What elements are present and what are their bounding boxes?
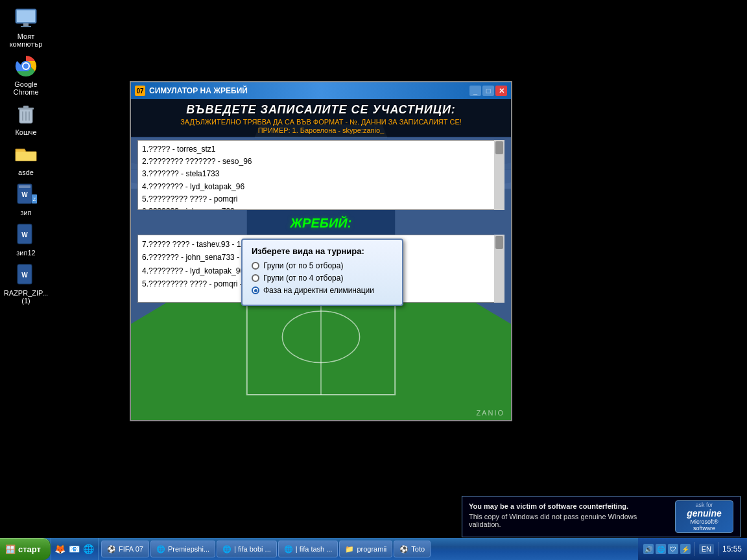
text-area-wrapper: 1.????? - torres_stz12.???????? ??????? … xyxy=(137,140,504,210)
system-clock[interactable]: 15:55 xyxy=(722,544,742,554)
header-subtitle: ЗАДЪЛЖИТЕЛНО ТРЯБВА ДА СА ВЪВ ФОРМАТ - №… xyxy=(137,118,504,126)
radio-groups5[interactable] xyxy=(252,262,259,270)
quick-launch-area: 🦊 📧 🌐 xyxy=(51,538,99,560)
taskbar-fifa07-icon: ⚽ xyxy=(107,545,116,554)
folder-label: asde xyxy=(18,169,34,176)
sidebar-item-zip12[interactable]: W зип12 xyxy=(3,223,49,257)
svg-text:W: W xyxy=(21,272,28,279)
dialog-title: Изберете вида на турнира: xyxy=(252,246,393,256)
minimize-button[interactable]: _ xyxy=(469,86,481,96)
taskbar-btn-premiership[interactable]: 🌐 Premiерshi... xyxy=(150,541,215,557)
simulator-window: 07 СИМУЛАТОР НА ЖРЕБИЙ _ □ ✕ xyxy=(130,81,512,421)
app-title-text: СИМУЛАТОР НА ЖРЕБИЙ xyxy=(149,86,469,95)
sidebar-item-razpr[interactable]: W RAZPR_ZIP...(1) xyxy=(3,263,49,305)
radio-elimination[interactable] xyxy=(252,286,259,294)
app-title-icon: 07 xyxy=(135,86,145,96)
taskbar-fifatash-label: | fifa tash ... xyxy=(296,545,333,553)
start-label: старт xyxy=(18,544,41,554)
zip-label: зип xyxy=(20,209,31,216)
taskbar-fifa07-label: FIFA 07 xyxy=(119,545,143,553)
zip12-label: зип12 xyxy=(16,249,35,257)
header-example: ПРИМЕР: 1. Барселона - skype:zanio_ xyxy=(137,126,504,134)
language-indicator[interactable]: EN xyxy=(699,544,714,554)
taskbar-right: 🔊 🌐 🛡 ⚡ EN 15:55 xyxy=(638,538,747,560)
svg-rect-2 xyxy=(23,23,29,26)
watermark-line2: This copy of Windows did not pass genuin… xyxy=(469,513,670,528)
start-button[interactable]: 🪟 старт xyxy=(0,538,51,560)
results-scrollbar[interactable] xyxy=(494,235,504,303)
ql-firefox[interactable]: 🦊 xyxy=(54,542,67,555)
close-button[interactable]: ✕ xyxy=(495,86,507,96)
svg-rect-10 xyxy=(23,106,29,108)
scroll-thumb xyxy=(495,141,503,154)
watermark-text: You may be a victim of software counterf… xyxy=(469,502,670,531)
taskbar-programii-label: programii xyxy=(357,545,386,553)
taskbar-toto-icon: ⚽ xyxy=(399,545,409,554)
taskbar-btn-programii[interactable]: 📁 programii xyxy=(339,541,392,557)
header-main-title: ВЪВЕДЕТЕ ЗАПИСАЛИТЕ СЕ УЧАСТНИЦИ: xyxy=(137,103,504,117)
taskbar-btn-fifa-tash[interactable]: 🌐 | fifa tash ... xyxy=(278,541,338,557)
window-controls: _ □ ✕ xyxy=(469,86,507,96)
radio-option-groups5[interactable]: Групи (от по 5 отбора) xyxy=(252,261,393,270)
participants-scrollbar[interactable] xyxy=(494,140,504,210)
radio-groups5-label: Групи (от по 5 отбора) xyxy=(263,261,343,270)
chrome-label: Google Chrome xyxy=(3,80,49,96)
tournament-dialog: Изберете вида на турнира: Групи (от по 5… xyxy=(241,239,403,306)
start-icon: 🪟 xyxy=(5,544,16,554)
desktop: Моят компютър Google Chrome xyxy=(0,0,747,560)
windows-notification: You may be a victim of software counterf… xyxy=(462,496,741,537)
sidebar-item-trash[interactable]: Кошче xyxy=(3,102,49,136)
ql-icon2[interactable]: 📧 xyxy=(68,542,81,555)
sidebar-item-zip[interactable]: W Z зип xyxy=(3,183,49,216)
ask-for-text: ask for xyxy=(695,502,713,508)
radio-option-elimination[interactable]: Фаза на директни елиминации xyxy=(252,286,393,295)
app-titlebar[interactable]: 07 СИМУЛАТОР НА ЖРЕБИЙ _ □ ✕ xyxy=(131,82,511,99)
svg-text:Z: Z xyxy=(33,196,36,202)
razpr-label: RAZPR_ZIP...(1) xyxy=(4,289,48,305)
my-computer-label: Моят компютър xyxy=(3,32,49,48)
desktop-icons-container: Моят компютър Google Chrome xyxy=(0,0,52,311)
ql-icon3[interactable]: 🌐 xyxy=(82,542,95,555)
systray-icons: 🔊 🌐 🛡 ⚡ xyxy=(643,544,691,554)
lang-separator xyxy=(718,542,718,556)
watermark-line1: You may be a victim of software counterf… xyxy=(469,502,670,510)
microsoft-text: Microsoft® xyxy=(690,519,718,525)
taskbar-fifabobi-icon: 🌐 xyxy=(222,545,231,554)
taskbar-btn-fifa07[interactable]: ⚽ FIFA 07 xyxy=(101,541,149,557)
tray-icon-3[interactable]: 🛡 xyxy=(668,544,678,554)
software-text: software xyxy=(693,525,715,531)
radio-groups4[interactable] xyxy=(252,274,259,282)
taskbar-btn-toto[interactable]: ⚽ Toto xyxy=(394,541,431,557)
maximize-button[interactable]: □ xyxy=(482,86,494,96)
svg-point-7 xyxy=(23,64,29,69)
sidebar-item-my-computer[interactable]: Моят компютър xyxy=(3,6,49,48)
genuine-text: genuine xyxy=(687,508,722,519)
tray-icon-1[interactable]: 🔊 xyxy=(643,544,654,554)
tray-icon-2[interactable]: 🌐 xyxy=(656,544,666,554)
taskbar-programii-icon: 📁 xyxy=(345,545,354,554)
radio-option-groups4[interactable]: Групи (от по 4 отбора) xyxy=(252,274,393,283)
participants-textbox[interactable]: 1.????? - torres_stz12.???????? ??????? … xyxy=(137,140,504,210)
tray-separator xyxy=(694,542,695,556)
taskbar-btn-fifa-bobi[interactable]: 🌐 | fifa bobi ... xyxy=(217,541,277,557)
taskbar-fifatash-icon: 🌐 xyxy=(284,545,293,554)
taskbar-premiership-icon: 🌐 xyxy=(156,545,165,554)
sidebar-item-folder[interactable]: asde xyxy=(3,143,49,176)
svg-rect-1 xyxy=(17,10,35,22)
svg-text:W: W xyxy=(21,231,28,239)
taskbar-programs: ⚽ FIFA 07 🌐 Premiерshi... 🌐 | fifa bobi … xyxy=(99,541,638,557)
app-watermark: ZANIO xyxy=(476,409,504,417)
app-header: ВЪВЕДЕТЕ ЗАПИСАЛИТЕ СЕ УЧАСТНИЦИ: ЗАДЪЛЖ… xyxy=(131,99,511,137)
participants-area: 1.????? - torres_stz12.???????? ??????? … xyxy=(137,140,504,210)
trash-label: Кошче xyxy=(15,128,36,136)
radio-groups4-label: Групи (от по 4 отбора) xyxy=(263,274,343,283)
sidebar-item-chrome[interactable]: Google Chrome xyxy=(3,54,49,96)
svg-rect-15 xyxy=(19,185,30,188)
radio-elimination-label: Фаза на директни елиминации xyxy=(263,286,374,295)
taskbar-toto-label: Toto xyxy=(411,545,425,553)
tray-icon-4[interactable]: ⚡ xyxy=(680,544,691,554)
app-content: ВЪВЕДЕТЕ ЗАПИСАЛИТЕ СЕ УЧАСТНИЦИ: ЗАДЪЛЖ… xyxy=(131,99,511,420)
taskbar: 🪟 старт 🦊 📧 🌐 ⚽ FIFA 07 🌐 Premiерshi... … xyxy=(0,538,747,560)
svg-text:W: W xyxy=(21,191,28,198)
results-scroll-thumb xyxy=(495,236,503,249)
